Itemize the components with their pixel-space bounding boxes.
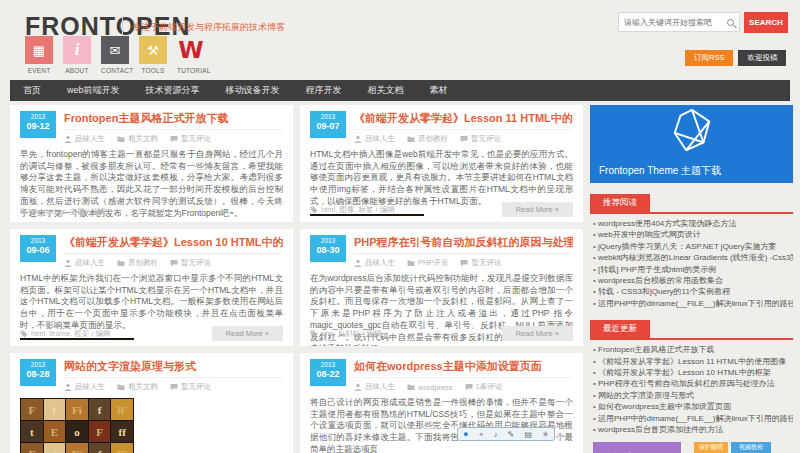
sidebar-link[interactable]: 《前端开发从零学起》Lesson 10 HTML中的框架 <box>593 367 793 378</box>
author-meta[interactable]: 品味人生 <box>64 382 105 392</box>
search-button[interactable]: SEARCH <box>744 12 788 33</box>
category-name: 原创教程 <box>128 258 158 268</box>
author-meta[interactable]: 品味人生 <box>64 258 105 268</box>
read-more-button[interactable]: Read More » <box>502 202 573 217</box>
sidebar-link[interactable]: 运用PHP中的dirname(__FILE__)解决linux下引用的路径问题 <box>593 413 793 424</box>
article-title[interactable]: 网站的文字渲染原理与形式 <box>64 359 283 378</box>
article-title[interactable]: 《前端开发从零学起》Lesson 11 HTML中的使用图像 <box>354 111 573 130</box>
read-more-button[interactable]: Read More » <box>502 326 573 341</box>
category-meta[interactable]: wordpress <box>407 383 453 392</box>
sidebar-link[interactable]: wordpress后台模板的常用函数集合 <box>593 275 793 286</box>
nav-item[interactable]: web前端开发 <box>54 80 133 101</box>
sidebar-link[interactable]: jQuery插件学习第八天：ASP.NET jQuery实施方案 <box>593 241 793 252</box>
tag-cloud-item[interactable]: 视频教程 <box>731 442 771 453</box>
quick-link-tools[interactable]: ⚒TOOLS <box>139 36 167 74</box>
sidebar-link[interactable]: wordpress后台首页添加挂件的方法 <box>593 424 793 435</box>
category-name: 相关文档 <box>128 134 158 144</box>
comments-meta[interactable]: 暂无评论 <box>460 258 501 268</box>
search-input[interactable] <box>624 18 727 27</box>
sidebar-link[interactable]: 运用PHP中的dirname(__FILE__)解决linux下引用的路径问题 <box>593 298 793 309</box>
head-right: 网站的文字渲染原理与形式 品味人生 相关文档 暂无评论 <box>64 359 283 392</box>
article-meta: 品味人生 相关文档 暂无评论 <box>64 134 283 144</box>
comments-meta[interactable]: 暂无评论 <box>170 258 211 268</box>
tag-cloud-item[interactable]: 保护眼睛 <box>694 442 728 453</box>
comments-meta[interactable]: 暂无评论 <box>460 134 501 144</box>
quick-link-label: TOOLS <box>139 67 167 74</box>
nav-item[interactable]: 移动设备开发 <box>213 80 293 101</box>
nav-item[interactable]: 技术资源分享 <box>133 80 213 101</box>
tags-text: wordpress, 主题 / 编辑 <box>31 207 106 217</box>
sidebar-link[interactable]: wordpress使用404方式实现伪静态方法 <box>593 218 793 229</box>
article-title[interactable]: 如何在wordpress主题中添加设置页面 <box>354 359 573 378</box>
tag-icon <box>20 330 28 338</box>
author-meta[interactable]: 品味人生 <box>64 134 105 144</box>
card-head: 2013 08-22 如何在wordpress主题中添加设置页面 品味人生 wo… <box>310 359 573 392</box>
comments-count: 暂无评论 <box>181 382 211 392</box>
sidebar: Frontopen Theme 主题下载 推荐阅读 wordpress使用404… <box>590 105 793 453</box>
date-month-day: 09-07 <box>310 121 346 132</box>
date-month-day: 08-22 <box>310 369 346 380</box>
sidebar-link[interactable]: PHP程序在引号前自动加反斜杠的原因与处理办法 <box>593 378 793 389</box>
article-excerpt: 将自己设计的网页形成或是销售是一件很棒的事情，但并不是每一个主题使用者都有很熟练… <box>310 397 573 453</box>
tags-text: php, 反斜杠 / 编辑 <box>321 329 381 339</box>
toolbar-glyph: + <box>479 430 484 439</box>
author-meta[interactable]: 品味人生 <box>354 134 395 144</box>
comments-meta[interactable]: 暂无评论 <box>170 134 211 144</box>
author-meta[interactable]: 品味人生 <box>354 382 395 392</box>
tag-cloud: 设备开发保护眼睛视频教程如何预防近视 <box>590 442 793 453</box>
comment-icon <box>170 135 178 143</box>
date-month-day: 08-30 <box>310 245 346 256</box>
read-more-button[interactable]: Read More » <box>212 326 283 341</box>
nav-item[interactable]: 相关文档 <box>355 80 417 101</box>
quick-link-event[interactable]: ▦EVENT <box>25 36 53 74</box>
quick-link-label: ABOUT <box>63 67 91 74</box>
nav-item[interactable]: 程序开发 <box>293 80 355 101</box>
article-card: 2013 09-07 《前端开发从零学起》Lesson 11 HTML中的使用图… <box>300 105 583 222</box>
collage-tile: o <box>66 421 88 442</box>
category-meta[interactable]: 相关文档 <box>117 382 158 392</box>
comments-meta[interactable]: 1条评论 <box>465 382 503 392</box>
tag-cloud-item[interactable]: 设备开发 <box>593 442 681 453</box>
tags-line[interactable]: html, iframe, 框架 / 编辑 <box>20 329 111 339</box>
submit-button[interactable]: 欢迎投稿 <box>738 50 786 66</box>
sidebar-link[interactable]: web开发中的响应式网页设计 <box>593 229 793 240</box>
author-meta[interactable]: 品味人生 <box>354 258 395 268</box>
head-right: 《前端开发从零学起》Lesson 11 HTML中的使用图像 品味人生 原创教程… <box>354 111 573 144</box>
sidebar-link[interactable]: webkit内核浏览器的Linear Gradients (线性渐变) -Css… <box>593 252 793 263</box>
quick-link-tutorial[interactable]: WTUTORIAL <box>177 36 205 74</box>
rss-button[interactable]: 订阅RSS <box>685 50 733 66</box>
collage-tile: Fi <box>66 443 88 453</box>
letterpress-collage-image[interactable]: FfFiflFtEoFffFfFiflFtEoFff <box>20 398 134 453</box>
comment-icon <box>170 383 178 391</box>
theme-download-banner[interactable]: Frontopen Theme 主题下载 <box>590 105 793 183</box>
comments-meta[interactable]: 暂无评论 <box>170 382 211 392</box>
tags-line[interactable]: php, 反斜杠 / 编辑 <box>310 329 381 339</box>
sidebar-link[interactable]: Frontopen主题风格正式开放下载 <box>593 344 793 355</box>
quick-link-contact[interactable]: ✉CONTACT <box>101 36 129 74</box>
sidebar-link[interactable]: 《前端开发从零学起》Lesson 11 HTML中的使用图像 <box>593 356 793 367</box>
category-meta[interactable]: 原创教程 <box>117 258 158 268</box>
category-name: PHP开发 <box>418 258 448 268</box>
sidebar-link[interactable]: 如何在wordpress主题中添加设置页面 <box>593 401 793 412</box>
tags-line[interactable]: wordpress, 主题 / 编辑 <box>20 207 106 217</box>
collage-tile: f <box>44 399 66 420</box>
article-title[interactable]: 《前端开发从零学起》Lesson 10 HTML中的框架 <box>64 235 283 254</box>
article-title[interactable]: Frontopen主题风格正式开放下载 <box>64 111 283 130</box>
quick-link-about[interactable]: iABOUT <box>63 36 91 74</box>
collage-tile: lF <box>111 399 133 420</box>
category-meta[interactable]: 相关文档 <box>117 134 158 144</box>
category-meta[interactable]: 原创教程 <box>407 134 448 144</box>
comments-count: 暂无评论 <box>181 258 211 268</box>
sidebar-link[interactable]: 网站的文字渲染原理与形式 <box>593 390 793 401</box>
nav-item[interactable]: 素材 <box>417 80 461 101</box>
nav-item[interactable]: 首页 <box>10 80 54 101</box>
category-meta[interactable]: PHP开发 <box>407 258 448 268</box>
sidebar-link[interactable]: 转载 - CSS3和jQuery的11个实例教程 <box>593 286 793 297</box>
author-name: 品味人生 <box>75 258 105 268</box>
tags-line[interactable]: html, 图像, 标签 / 编辑 <box>310 205 395 215</box>
person-icon <box>354 383 362 391</box>
article-title[interactable]: PHP程序在引号前自动加反斜杠的原因与处理办法 <box>354 235 573 254</box>
card-head: 2013 09-06 《前端开发从零学起》Lesson 10 HTML中的框架 … <box>20 235 283 268</box>
category-name: 相关文档 <box>128 382 158 392</box>
sidebar-link[interactable]: [转载] PHP用于生成html的类示例 <box>593 264 793 275</box>
